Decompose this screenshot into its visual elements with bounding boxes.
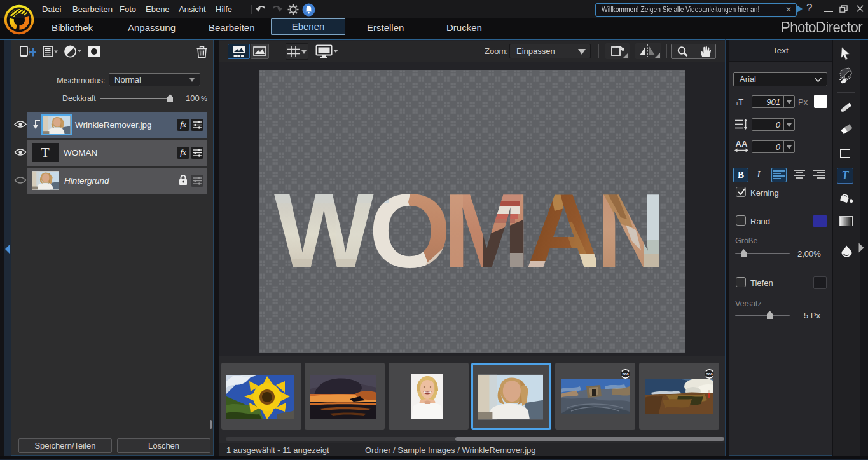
svg-text:360: 360: [622, 372, 629, 376]
svg-text:360: 360: [706, 372, 713, 376]
svg-text:AA: AA: [736, 140, 748, 149]
